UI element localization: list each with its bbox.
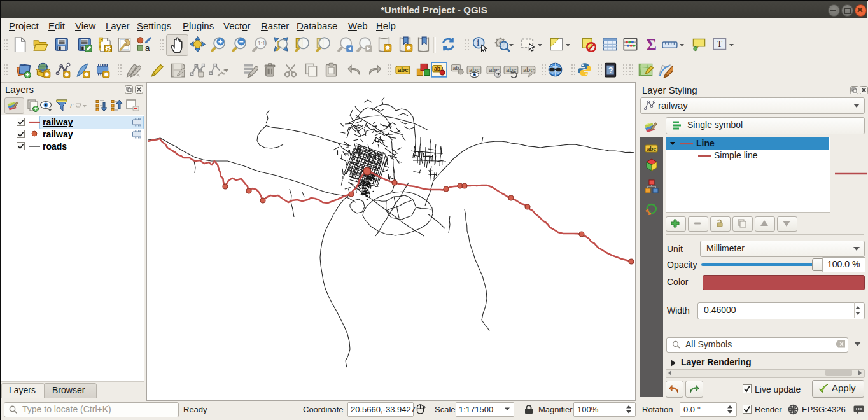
- svg-text:T: T: [717, 39, 722, 49]
- svg-text:a: a: [145, 43, 150, 52]
- svg-text:ε: ε: [70, 101, 74, 110]
- svg-text:1:1: 1:1: [258, 40, 265, 46]
- svg-text:ab: ab: [453, 65, 459, 71]
- svg-text:Σ: Σ: [646, 36, 656, 52]
- svg-text:?: ?: [608, 66, 613, 75]
- svg-text:abc: abc: [647, 146, 657, 152]
- svg-text:i: i: [477, 38, 479, 48]
- svg-text:abc: abc: [398, 66, 409, 73]
- svg-text:ab: ab: [434, 66, 440, 72]
